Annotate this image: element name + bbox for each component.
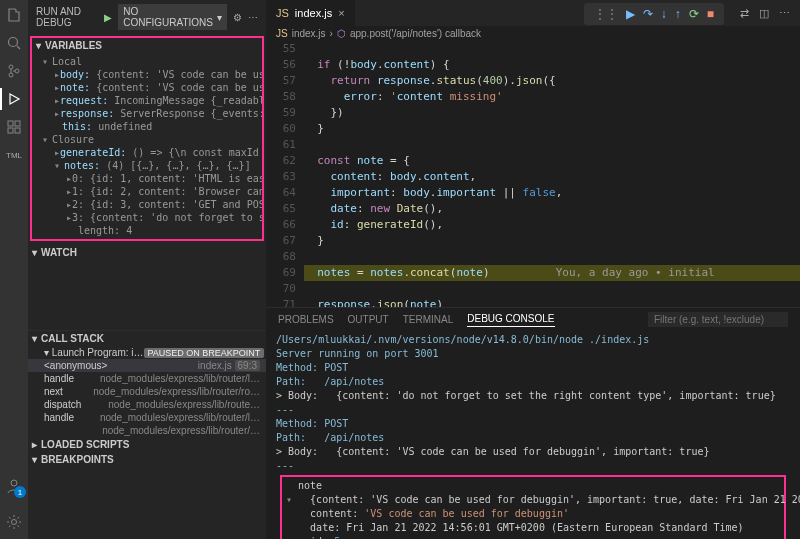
search-icon[interactable]: [5, 34, 23, 52]
console-line: /Users/mluukkai/.nvm/versions/node/v14.8…: [276, 333, 790, 347]
callstack-section[interactable]: ▾ CALL STACK: [28, 331, 266, 346]
tab-terminal[interactable]: TERMINAL: [403, 314, 454, 325]
restart-icon[interactable]: ⟳: [689, 7, 699, 21]
chevron-down-icon: ▾: [36, 40, 41, 51]
split-icon[interactable]: ◫: [759, 7, 769, 20]
tab-problems[interactable]: PROBLEMS: [278, 314, 334, 325]
code-content[interactable]: if (!body.content) { return response.sta…: [304, 41, 800, 307]
js-file-icon: JS: [276, 28, 288, 39]
var-row[interactable]: ▸3: {content: 'do not forget to set the …: [32, 211, 262, 224]
method-icon: ⬡: [337, 28, 346, 39]
svg-point-0: [9, 38, 18, 47]
console-prop[interactable]: date: Fri Jan 21 2022 14:56:01 GMT+0200 …: [286, 521, 780, 535]
run-debug-title: RUN AND DEBUG: [36, 6, 98, 28]
js-file-icon: JS: [276, 7, 289, 19]
svg-rect-6: [15, 121, 20, 126]
breadcrumb[interactable]: JS index.js › ⬡ app.post('/api/notes') c…: [266, 26, 800, 41]
chevron-down-icon: ▾: [32, 454, 37, 465]
console-line: Path: /api/notes: [276, 431, 790, 445]
tab-index-js[interactable]: JS index.js ×: [266, 0, 356, 26]
panel-tabs: PROBLEMS OUTPUT TERMINAL DEBUG CONSOLE: [266, 308, 800, 331]
step-over-icon[interactable]: ↷: [643, 7, 653, 21]
tml-icon[interactable]: TML: [5, 146, 23, 164]
chevron-down-icon: ▾: [42, 134, 52, 145]
chevron-right-icon: ▸: [32, 439, 37, 450]
compare-icon[interactable]: ⇄: [740, 7, 749, 20]
var-row[interactable]: ▸1: {id: 2, content: 'Browser can execut…: [32, 185, 262, 198]
chevron-down-icon: ▾: [32, 333, 37, 344]
more-icon[interactable]: ⋯: [248, 12, 258, 23]
svg-point-9: [11, 480, 17, 486]
debug-console[interactable]: /Users/mluukkai/.nvm/versions/node/v14.8…: [266, 331, 800, 539]
explorer-icon[interactable]: [5, 6, 23, 24]
loaded-scripts-section[interactable]: ▸ LOADED SCRIPTS: [28, 437, 266, 452]
console-line: Method: POST: [276, 361, 790, 375]
var-row[interactable]: ▸0: {id: 1, content: 'HTML is easy', dat…: [32, 172, 262, 185]
svg-point-2: [9, 65, 13, 69]
callstack-frame[interactable]: <anonymous>index.js 69:3: [28, 359, 266, 372]
line-gutter: 555657585960616263646566676869707172: [266, 41, 304, 307]
console-prop[interactable]: id: 5: [286, 535, 780, 539]
extensions-icon[interactable]: [5, 118, 23, 136]
close-icon[interactable]: ×: [338, 7, 344, 19]
var-row[interactable]: ▸response: ServerResponse {_events: {…},…: [32, 107, 262, 120]
activity-bar: TML 1: [0, 0, 28, 539]
scope-closure[interactable]: ▾ Closure: [32, 133, 262, 146]
svg-rect-8: [15, 128, 20, 133]
console-line: note: [286, 479, 780, 493]
debug-config-select[interactable]: No Configurations ▾: [118, 4, 227, 30]
variables-section[interactable]: ▾ VARIABLES: [32, 38, 262, 53]
var-row[interactable]: length: 4: [32, 224, 262, 237]
callstack-frame[interactable]: nextnode_modules/express/lib/router/ro…: [28, 385, 266, 398]
svg-rect-5: [8, 121, 13, 126]
tab-bar: JS index.js × ⋮⋮ ▶ ↷ ↓ ↑ ⟳ ■ ⇄ ◫ ⋯: [266, 0, 800, 26]
console-highlight-box: note ▾ {content: 'VS code can be used fo…: [280, 475, 786, 539]
var-row[interactable]: ▸note: {content: 'VS code can be used fo…: [32, 81, 262, 94]
code-editor[interactable]: 555657585960616263646566676869707172 if …: [266, 41, 800, 307]
callstack-frame[interactable]: dispatchnode_modules/express/lib/route…: [28, 398, 266, 411]
chevron-down-icon: ▾: [32, 247, 37, 258]
var-row[interactable]: ▸body: {content: 'VS code can be used fo…: [32, 68, 262, 81]
var-row[interactable]: ▸request: IncomingMessage {_readableStat…: [32, 94, 262, 107]
run-debug-icon[interactable]: [5, 90, 23, 108]
step-out-icon[interactable]: ↑: [675, 7, 681, 21]
breakpoints-section[interactable]: ▾ BREAKPOINTS: [28, 452, 266, 467]
scope-local[interactable]: ▾ Local: [32, 55, 262, 68]
svg-line-1: [17, 46, 20, 49]
filter-input[interactable]: [648, 312, 788, 327]
variables-tree: ▾ Local ▸body: {content: 'VS code can be…: [32, 53, 262, 239]
debug-sidebar: RUN AND DEBUG ▶ No Configurations ▾ ⚙ ⋯ …: [28, 0, 266, 539]
var-row[interactable]: this: undefined: [32, 120, 262, 133]
console-object-row[interactable]: ▾ {content: 'VS code can be used for deb…: [286, 493, 780, 507]
start-debug-play-icon[interactable]: ▶: [104, 12, 112, 23]
settings-gear-icon[interactable]: [5, 513, 23, 531]
var-row[interactable]: ▸generateId: () => {\n const maxId = not…: [32, 146, 262, 159]
callstack-frame[interactable]: handlenode_modules/express/lib/router/l…: [28, 372, 266, 385]
callstack-thread[interactable]: ▾ Launch Program: i… PAUSED ON BREAKPOIN…: [28, 346, 266, 359]
chevron-down-icon: ▾: [217, 12, 222, 23]
var-row[interactable]: ▸2: {id: 3, content: 'GET and POST are t…: [32, 198, 262, 211]
callstack-frame[interactable]: handlenode_modules/express/lib/router/l…: [28, 411, 266, 424]
debug-settings-gear-icon[interactable]: ⚙: [233, 12, 242, 23]
stop-icon[interactable]: ■: [707, 7, 714, 21]
tab-output[interactable]: OUTPUT: [348, 314, 389, 325]
source-control-icon[interactable]: [5, 62, 23, 80]
var-row-notes[interactable]: ▾notes: (4) [{…}, {…}, {…}, {…}]: [32, 159, 262, 172]
more-icon[interactable]: ⋯: [779, 7, 790, 20]
paused-badge: PAUSED ON BREAKPOINT: [144, 348, 265, 358]
debug-toolbar: ⋮⋮ ▶ ↷ ↓ ↑ ⟳ ■: [584, 3, 724, 25]
console-line[interactable]: > Body: {content: 'do not forget to set …: [276, 389, 790, 403]
console-prop[interactable]: content: 'VS code can be used for debugg…: [286, 507, 780, 521]
step-into-icon[interactable]: ↓: [661, 7, 667, 21]
accounts-icon[interactable]: 1: [5, 477, 23, 495]
watch-section[interactable]: ▾ WATCH: [28, 245, 266, 260]
continue-icon[interactable]: ▶: [626, 7, 635, 21]
console-line: Path: /api/notes: [276, 375, 790, 389]
svg-rect-7: [8, 128, 13, 133]
chevron-down-icon: ▾: [44, 347, 49, 358]
callstack-frame[interactable]: node_modules/express/lib/router/…: [28, 424, 266, 437]
drag-handle-icon[interactable]: ⋮⋮: [594, 7, 618, 21]
tab-debug-console[interactable]: DEBUG CONSOLE: [467, 313, 554, 327]
sidebar-header: RUN AND DEBUG ▶ No Configurations ▾ ⚙ ⋯: [28, 0, 266, 34]
console-line[interactable]: > Body: {content: 'VS code can be used f…: [276, 445, 790, 459]
